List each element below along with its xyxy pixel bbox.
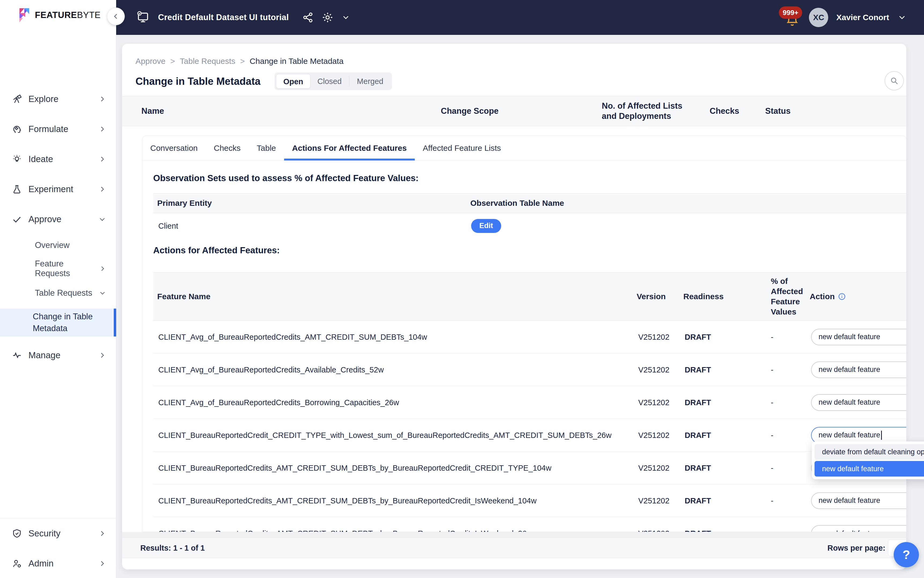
help-button[interactable]: ? bbox=[894, 542, 919, 567]
sidebar-item-security[interactable]: Security bbox=[0, 525, 116, 542]
dropdown-option-deviate[interactable]: deviate from default cleaning oper bbox=[815, 444, 924, 459]
sidebar-item-table-requests[interactable]: Table Requests bbox=[0, 286, 116, 300]
tab-checks[interactable]: Checks bbox=[206, 136, 249, 161]
status-tab-open[interactable]: Open bbox=[276, 74, 310, 89]
primary-entity-value: Client bbox=[158, 221, 178, 230]
breadcrumb-separator: > bbox=[240, 57, 245, 66]
action-select[interactable]: new default feature bbox=[811, 525, 906, 532]
sidebar-item-explore[interactable]: Explore bbox=[0, 91, 116, 107]
feature-row: CLIENT_BureauReportedCredits_AMT_CREDIT_… bbox=[153, 484, 906, 517]
search-icon bbox=[889, 76, 899, 86]
column-pct-affected: % of Affected Feature Values bbox=[771, 276, 810, 317]
sidebar-collapse-button[interactable] bbox=[107, 8, 125, 25]
panel-footer-gap bbox=[122, 532, 906, 537]
chevron-right-icon bbox=[99, 95, 106, 103]
sidebar-item-experiment[interactable]: Experiment bbox=[0, 181, 116, 197]
column-primary-entity: Primary Entity bbox=[157, 198, 212, 208]
notifications-bell-icon[interactable]: 999+ bbox=[785, 6, 801, 29]
feature-row: CLIENT_Avg_of_BureauReportedCredits_AMT_… bbox=[153, 321, 906, 353]
status-tab-closed[interactable]: Closed bbox=[310, 74, 349, 89]
featurebyte-logo-mark bbox=[16, 7, 31, 23]
chevron-down-icon bbox=[99, 216, 106, 223]
user-gear-icon bbox=[12, 559, 22, 568]
chevron-right-icon bbox=[99, 265, 106, 272]
results-count: Results: 1 - 1 of 1 bbox=[140, 543, 205, 552]
dropdown-option-new-default-feature[interactable]: new default feature bbox=[815, 461, 924, 477]
tab-actions-for-affected-features[interactable]: Actions For Affected Features bbox=[284, 136, 415, 161]
chevron-right-icon bbox=[99, 352, 106, 359]
column-feature-name: Feature Name bbox=[157, 292, 210, 301]
check-icon bbox=[12, 214, 22, 224]
workspace-chevron-down-icon[interactable] bbox=[341, 13, 350, 22]
action-select[interactable]: new default feature bbox=[811, 329, 906, 345]
column-affected-lists: No. of Affected Lists and Deployments bbox=[602, 101, 694, 121]
sidebar-item-feature-requests[interactable]: Feature Requests bbox=[0, 261, 116, 276]
sidebar-item-change-in-table-metadata[interactable]: Change in Table Metadata bbox=[0, 308, 116, 336]
column-readiness: Readiness bbox=[683, 292, 724, 301]
breadcrumb: Approve > Table Requests > Change in Tab… bbox=[136, 57, 344, 66]
sidebar-item-formulate[interactable]: Formulate bbox=[0, 121, 116, 137]
column-change-scope: Change Scope bbox=[441, 106, 498, 116]
action-select[interactable]: new default feature bbox=[811, 362, 906, 378]
flask-icon bbox=[12, 184, 22, 194]
action-select-focused[interactable]: new default feature bbox=[811, 427, 906, 443]
column-checks: Checks bbox=[710, 106, 739, 116]
action-select[interactable]: new default feature bbox=[811, 492, 906, 509]
shield-icon bbox=[12, 528, 22, 539]
topbar: Credit Default Dataset UI tutorial 999+ … bbox=[0, 0, 924, 35]
detail-tabs: Conversation Checks Table Actions For Af… bbox=[142, 136, 906, 161]
pulse-icon bbox=[12, 350, 22, 360]
telescope-icon bbox=[12, 94, 22, 104]
status-tab-divider bbox=[349, 76, 349, 87]
features-table: Feature Name Version Readiness % of Affe… bbox=[153, 272, 906, 532]
featurebyte-logo: FEATUREBYTE bbox=[16, 7, 101, 23]
sidebar-item-admin[interactable]: Admin bbox=[0, 555, 116, 572]
workspace-title: Credit Default Dataset UI tutorial bbox=[158, 13, 289, 22]
column-action: Action bbox=[810, 292, 846, 301]
search-button[interactable] bbox=[885, 71, 904, 91]
breadcrumb-separator: > bbox=[170, 57, 175, 66]
column-name: Name bbox=[141, 106, 164, 116]
user-menu-chevron-icon[interactable] bbox=[897, 13, 907, 22]
sidebar-item-ideate[interactable]: Ideate bbox=[0, 151, 116, 167]
settings-gear-icon[interactable] bbox=[321, 11, 334, 24]
breadcrumb-table-requests[interactable]: Table Requests bbox=[180, 57, 235, 66]
action-select[interactable]: new default feature bbox=[811, 394, 906, 411]
status-tab-merged[interactable]: Merged bbox=[350, 74, 390, 89]
user-name: Xavier Conort bbox=[836, 13, 889, 22]
breadcrumb-approve[interactable]: Approve bbox=[136, 57, 165, 66]
main-content-card: Approve > Table Requests > Change in Tab… bbox=[122, 44, 906, 570]
text-cursor bbox=[881, 431, 882, 440]
actions-heading: Actions for Affected Features: bbox=[153, 245, 906, 256]
share-icon[interactable] bbox=[302, 11, 314, 23]
observation-table: Primary Entity Observation Table Name Cl… bbox=[153, 193, 906, 239]
column-version: Version bbox=[637, 292, 666, 301]
info-icon[interactable] bbox=[838, 292, 846, 300]
observation-sets-heading: Observation Sets used to assess % of Aff… bbox=[153, 173, 906, 183]
chevron-right-icon bbox=[99, 560, 106, 567]
chevron-right-icon bbox=[99, 155, 106, 163]
active-nav-indicator bbox=[114, 308, 116, 336]
workspace-monitor-icon bbox=[136, 10, 151, 25]
breadcrumb-current: Change in Table Metadata bbox=[250, 57, 344, 66]
feature-row: CLIENT_Avg_of_BureauReportedCredits_Avai… bbox=[153, 353, 906, 386]
rows-per-page-label: Rows per page: bbox=[827, 543, 885, 552]
featurebyte-logo-text: FEATUREBYTE bbox=[35, 10, 101, 20]
sidebar-item-overview[interactable]: Overview bbox=[0, 238, 116, 253]
features-table-header: Feature Name Version Readiness % of Affe… bbox=[153, 272, 906, 321]
tab-table[interactable]: Table bbox=[249, 136, 284, 161]
sidebar: FEATUREBYTE Explore Formulate bbox=[0, 0, 116, 578]
tab-conversation[interactable]: Conversation bbox=[142, 136, 206, 161]
tab-affected-feature-lists[interactable]: Affected Feature Lists bbox=[415, 136, 509, 161]
observation-row: Client Edit bbox=[153, 213, 906, 239]
request-table-header: Name Change Scope No. of Affected Lists … bbox=[122, 96, 906, 126]
column-observation-table-name: Observation Table Name bbox=[470, 198, 564, 208]
user-avatar[interactable]: XC bbox=[809, 8, 828, 27]
sidebar-item-approve[interactable]: Approve bbox=[0, 211, 116, 227]
feature-row: CLIENT_Avg_of_BureauReportedCredits_Borr… bbox=[153, 386, 906, 419]
head-gear-icon bbox=[12, 124, 22, 134]
edit-button[interactable]: Edit bbox=[471, 219, 501, 233]
chevron-right-icon bbox=[99, 125, 106, 133]
column-status: Status bbox=[765, 106, 791, 116]
sidebar-item-manage[interactable]: Manage bbox=[0, 347, 116, 363]
